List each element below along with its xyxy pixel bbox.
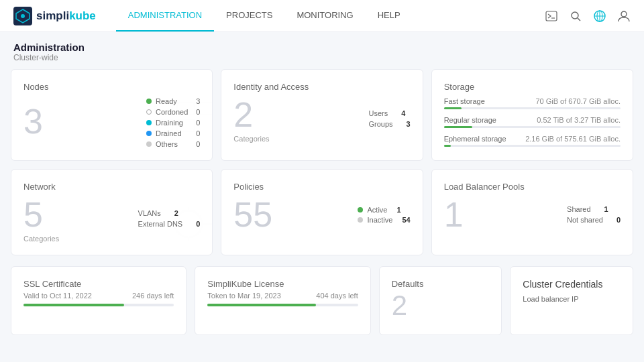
storage-row-ephemeral: Ephemeral storage 2.16 GiB of 575.61 GiB… [444,135,621,147]
users-stat: Users 4 [368,109,410,117]
vlans-stat: VLANs 2 [138,209,201,217]
identity-stats: Users 4 Groups 3 [368,109,410,131]
storage-title: Storage [444,82,621,92]
bottom-grid: SSL Certificate Valid to Oct 11, 2022 24… [0,266,644,346]
legend-drained: Drained 0 [146,129,200,137]
license-card: SimpliKube License Token to Mar 19, 2023… [195,266,370,335]
nav-administration[interactable]: ADMINISTRATION [116,0,214,32]
storage-card: Storage Fast storage 70 GiB of 670.7 GiB… [431,69,633,161]
main-nav: ADMINISTRATION PROJECTS MONITORING HELP [116,0,413,32]
ssl-card: SSL Certificate Valid to Oct 11, 2022 24… [11,266,186,335]
logo-icon [13,7,32,25]
policies-count: 55 [233,197,272,232]
breadcrumb: Administration Cluster-wide [0,32,644,69]
ssl-days: 246 days left [132,292,174,300]
header-actions [545,9,631,23]
lb-inner: 1 Shared 1 Not shared 0 [444,197,621,235]
defaults-card: Defaults 2 [379,266,502,335]
svg-point-5 [572,12,578,19]
cordoned-dot [146,109,152,115]
defaults-title: Defaults [392,279,490,289]
cluster-item: Load balancer IP [523,295,621,303]
network-card: Network 5 Categories VLANs 2 External DN… [11,169,213,255]
policy-stats: Active 1 Inactive 54 [358,206,410,226]
ssl-title: SSL Certificate [23,279,174,289]
network-count: 5 [23,197,59,232]
identity-count: 2 [233,97,269,132]
policies-title: Policies [233,182,410,192]
nodes-title: Nodes [23,82,200,92]
shared-stat: Shared 1 [567,205,621,213]
identity-title: Identity and Access [233,82,410,92]
nodes-inner: 3 Ready 3 Cordoned 0 Draining 0 [23,97,200,148]
nav-help[interactable]: HELP [366,0,413,32]
page-subtitle: Cluster-wide [13,53,631,62]
not-shared-stat: Not shared 0 [567,216,621,224]
svg-point-11 [621,11,627,17]
draining-dot [146,120,152,125]
svg-point-2 [21,14,25,18]
cluster-credentials-title: Cluster Credentials [523,279,621,290]
cluster-credentials-card: Cluster Credentials Load balancer IP [510,266,633,335]
identity-subtitle: Categories [233,135,269,143]
ssl-bar [23,304,124,306]
license-bar [207,304,316,306]
drained-dot [146,131,152,136]
legend-cordoned: Cordoned 0 [146,108,200,116]
lb-count: 1 [444,197,464,232]
nav-monitoring[interactable]: MONITORING [284,0,365,32]
svg-rect-17 [199,103,213,115]
policies-inner: 55 Active 1 Inactive 54 [233,197,410,235]
license-title: SimpliKube License [207,279,358,289]
storage-rows: Fast storage 70 GiB of 670.7 GiB alloc. … [444,97,621,147]
defaults-count: 2 [392,292,490,320]
lb-stats: Shared 1 Not shared 0 [567,205,621,227]
legend-draining: Draining 0 [146,119,200,127]
logo: simplikube [13,7,96,25]
network-inner: 5 Categories VLANs 2 External DNS 0 [23,197,200,243]
legend-others: Others 0 [146,140,200,148]
lb-title: Load Balancer Pools [444,182,621,192]
nodes-count: 3 [23,104,43,139]
active-stat: Active 1 [358,206,410,214]
identity-inner: 2 Categories Users 4 Groups 3 [233,97,410,143]
identity-card: Identity and Access 2 Categories Users 4… [221,69,423,161]
terminal-icon[interactable] [545,9,558,23]
nodes-card: Nodes 3 Ready 3 Cordoned 0 Draining 0 [11,69,213,161]
lb-card: Load Balancer Pools 1 Shared 1 Not share… [431,169,633,255]
search-icon[interactable] [569,9,582,23]
nodes-legend: Ready 3 Cordoned 0 Draining 0 Drained 0 [146,97,200,148]
network-count-wrap: 5 Categories [23,197,59,243]
user-icon[interactable] [617,9,631,23]
storage-row-regular: Regular storage 0.52 TiB of 3.27 TiB all… [444,116,621,128]
dns-stat: External DNS 0 [138,220,201,228]
policies-card: Policies 55 Active 1 Inactive 54 [221,169,423,255]
dashboard-grid: Nodes 3 Ready 3 Cordoned 0 Draining 0 [0,69,644,266]
ready-dot [146,99,152,104]
inactive-stat: Inactive 54 [358,216,410,224]
network-stats: VLANs 2 External DNS 0 [138,209,201,231]
network-subtitle: Categories [23,235,59,243]
license-valid: Token to Mar 19, 2023 [207,292,280,300]
groups-stat: Groups 3 [368,120,410,128]
legend-ready: Ready 3 [146,97,200,105]
identity-count-wrap: 2 Categories [233,97,269,143]
header: simplikube ADMINISTRATION PROJECTS MONIT… [0,0,644,32]
globe-icon[interactable] [593,9,606,23]
ephemeral-storage-bar [444,145,451,147]
active-dot [358,207,363,213]
ssl-valid: Valid to Oct 11, 2022 [23,292,92,300]
others-dot [146,141,152,147]
network-title: Network [23,182,200,192]
inactive-dot [358,217,363,223]
license-days: 404 days left [316,292,358,300]
page-title: Administration [13,42,631,53]
logo-text: simplikube [36,9,96,23]
regular-storage-bar [444,126,472,128]
storage-row-fast: Fast storage 70 GiB of 670.7 GiB alloc. [444,97,621,109]
fast-storage-bar [444,107,462,109]
svg-line-6 [578,18,580,21]
nav-projects[interactable]: PROJECTS [214,0,284,32]
